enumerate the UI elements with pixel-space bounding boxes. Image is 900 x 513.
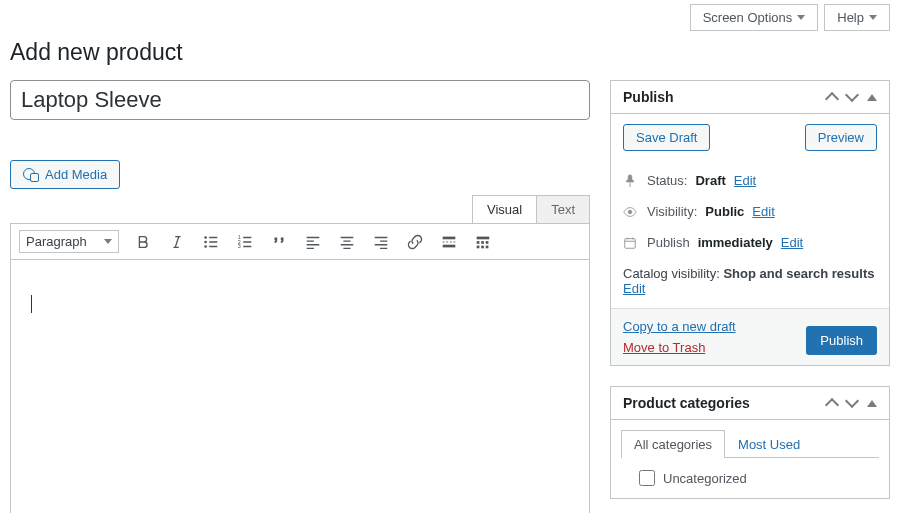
screen-options-button[interactable]: Screen Options [690, 4, 819, 31]
product-title-input[interactable] [10, 80, 590, 120]
svg-rect-6 [443, 236, 456, 239]
svg-point-2 [204, 245, 207, 248]
move-up-icon[interactable] [825, 92, 839, 106]
svg-rect-9 [477, 241, 480, 244]
publish-button[interactable]: Publish [806, 326, 877, 355]
toggle-panel-icon[interactable] [867, 94, 877, 101]
italic-icon[interactable] [167, 232, 187, 252]
edit-visibility-link[interactable]: Edit [752, 204, 774, 219]
tab-text[interactable]: Text [536, 195, 590, 223]
align-right-icon[interactable] [371, 232, 391, 252]
product-categories-metabox: Product categories All categories Most U… [610, 386, 890, 499]
svg-rect-16 [625, 238, 636, 248]
pin-icon [623, 174, 639, 188]
svg-text:3: 3 [238, 243, 241, 249]
text-cursor [31, 295, 32, 313]
bullet-list-icon[interactable] [201, 232, 221, 252]
screen-options-label: Screen Options [703, 10, 793, 25]
category-label: Uncategorized [663, 471, 747, 486]
category-checkbox[interactable] [639, 470, 655, 486]
read-more-icon[interactable] [439, 232, 459, 252]
tab-visual[interactable]: Visual [472, 195, 537, 223]
svg-point-0 [204, 236, 207, 239]
eye-icon [623, 205, 639, 219]
editor-toolbar: Paragraph 123 [10, 223, 590, 260]
schedule-label: Publish [647, 235, 690, 250]
schedule-value: immediately [698, 235, 773, 250]
editor-content[interactable] [10, 260, 590, 513]
caret-down-icon [869, 15, 877, 20]
visibility-label: Visibility: [647, 204, 697, 219]
catalog-label: Catalog visibility: [623, 266, 720, 281]
align-center-icon[interactable] [337, 232, 357, 252]
link-icon[interactable] [405, 232, 425, 252]
svg-point-1 [204, 240, 207, 243]
move-up-icon[interactable] [825, 398, 839, 412]
page-title: Add new product [10, 39, 890, 66]
caret-down-icon [104, 239, 112, 244]
tab-most-used[interactable]: Most Used [725, 430, 813, 458]
align-left-icon[interactable] [303, 232, 323, 252]
edit-status-link[interactable]: Edit [734, 173, 756, 188]
status-value: Draft [695, 173, 725, 188]
publish-metabox: Publish Save Draft Preview Status: Draft… [610, 80, 890, 366]
status-label: Status: [647, 173, 687, 188]
tab-all-categories[interactable]: All categories [621, 430, 725, 458]
svg-rect-13 [481, 245, 484, 248]
preview-button[interactable]: Preview [805, 124, 877, 151]
bold-icon[interactable] [133, 232, 153, 252]
svg-rect-10 [481, 241, 484, 244]
svg-rect-11 [486, 241, 489, 244]
svg-point-15 [628, 210, 632, 214]
edit-catalog-link[interactable]: Edit [623, 281, 645, 296]
move-down-icon[interactable] [845, 88, 859, 102]
format-select-value: Paragraph [26, 234, 87, 249]
publish-title: Publish [623, 89, 674, 105]
svg-rect-14 [486, 245, 489, 248]
calendar-icon [623, 236, 639, 250]
visibility-value: Public [705, 204, 744, 219]
toolbar-toggle-icon[interactable] [473, 232, 493, 252]
add-media-button[interactable]: Add Media [10, 160, 120, 189]
edit-schedule-link[interactable]: Edit [781, 235, 803, 250]
move-to-trash-link[interactable]: Move to Trash [623, 340, 736, 355]
svg-rect-12 [477, 245, 480, 248]
category-item[interactable]: Uncategorized [627, 470, 873, 486]
quote-icon[interactable] [269, 232, 289, 252]
add-media-label: Add Media [45, 167, 107, 182]
svg-rect-8 [477, 236, 490, 239]
save-draft-button[interactable]: Save Draft [623, 124, 710, 151]
help-label: Help [837, 10, 864, 25]
copy-to-draft-link[interactable]: Copy to a new draft [623, 319, 736, 334]
svg-rect-7 [443, 244, 456, 247]
toggle-panel-icon[interactable] [867, 400, 877, 407]
media-icon [23, 168, 39, 182]
caret-down-icon [797, 15, 805, 20]
numbered-list-icon[interactable]: 123 [235, 232, 255, 252]
help-button[interactable]: Help [824, 4, 890, 31]
format-select[interactable]: Paragraph [19, 230, 119, 253]
catalog-value: Shop and search results [723, 266, 874, 281]
move-down-icon[interactable] [845, 394, 859, 408]
categories-title: Product categories [623, 395, 750, 411]
